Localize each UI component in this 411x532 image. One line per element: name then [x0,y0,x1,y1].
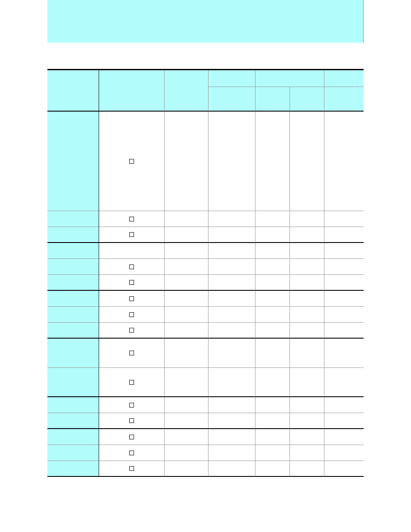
table-cell [324,112,364,211]
table-cell [209,307,255,323]
table-cell [290,461,324,477]
table-row [47,112,364,211]
checkbox-icon[interactable] [129,312,134,317]
header-cell [255,70,324,87]
table-cell [165,461,209,477]
table-cell [209,397,255,413]
table-cell [47,413,99,429]
checkbox-icon[interactable] [129,296,134,301]
table-cell [255,429,290,445]
table-cell [165,291,209,307]
table-row [47,339,364,368]
checkbox-icon[interactable] [129,435,134,439]
table-row [47,413,364,429]
table-cell [209,243,255,259]
table-cell [165,211,209,227]
table-cell [290,112,324,211]
table-cell [290,368,324,397]
table-cell [324,227,364,243]
table-cell [290,275,324,291]
table-cell [165,429,209,445]
checkbox-icon[interactable] [129,328,134,333]
header-cell [209,87,255,112]
table-cell [255,368,290,397]
table-row [47,323,364,339]
table-cell [165,259,209,275]
table-cell [324,429,364,445]
table-cell [99,323,165,339]
table-cell [47,211,99,227]
header-cell [324,70,364,87]
table-cell [324,368,364,397]
table-cell [99,112,165,211]
table-cell [290,211,324,227]
table-cell [47,275,99,291]
table-cell [165,445,209,461]
table-cell [255,291,290,307]
table-cell [209,429,255,445]
table-row [47,227,364,243]
checkbox-icon[interactable] [129,232,134,237]
table-cell [324,291,364,307]
table-cell [165,275,209,291]
table-cell [290,259,324,275]
table-cell [165,227,209,243]
checkbox-icon[interactable] [129,351,134,355]
table-cell [209,227,255,243]
table-cell [165,339,209,368]
checkbox-icon[interactable] [129,159,134,164]
table-cell [47,445,99,461]
table-cell [99,211,165,227]
table-row [47,291,364,307]
table-row [47,368,364,397]
header-cell [255,87,290,112]
table-cell [255,227,290,243]
table-cell [209,323,255,339]
checkbox-icon[interactable] [129,264,134,269]
header-cell [290,87,324,112]
table-row [47,243,364,259]
checkbox-icon[interactable] [129,280,134,285]
table-cell [99,243,165,259]
table-cell [47,397,99,413]
checkbox-icon[interactable] [129,418,134,423]
table-cell [324,413,364,429]
checkbox-icon[interactable] [129,451,134,455]
table-cell [255,275,290,291]
table-cell [255,323,290,339]
table-cell [255,397,290,413]
table-header [47,70,364,112]
table-cell [255,112,290,211]
table-cell [165,243,209,259]
table-cell [290,339,324,368]
table-cell [290,243,324,259]
table-cell [255,307,290,323]
table-cell [47,259,99,275]
table-cell [47,307,99,323]
checkbox-icon[interactable] [129,403,134,408]
checkbox-icon[interactable] [129,466,134,471]
table-cell [290,307,324,323]
checkbox-icon[interactable] [129,217,134,221]
table-cell [209,275,255,291]
table-cell [209,339,255,368]
table-cell [99,339,165,368]
table-cell [47,429,99,445]
checkbox-icon[interactable] [129,380,134,385]
table-cell [209,291,255,307]
table-cell [255,243,290,259]
header-cell [99,70,165,112]
table-cell [324,307,364,323]
table-body [47,112,364,477]
table-cell [255,413,290,429]
table-cell [209,368,255,397]
table-row [47,397,364,413]
table-cell [290,413,324,429]
table-cell [165,112,209,211]
table-cell [324,259,364,275]
table-row [47,307,364,323]
table-row [47,259,364,275]
table-cell [290,445,324,461]
table-cell [290,323,324,339]
table-cell [99,275,165,291]
